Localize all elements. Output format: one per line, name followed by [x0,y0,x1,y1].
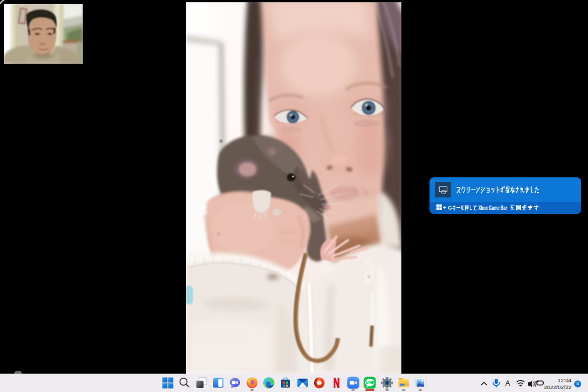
svg-text:+ G: + G [443,204,452,211]
svg-text:Xbox Game Bar: Xbox Game Bar [478,205,507,211]
svg-text:A: A [505,379,510,387]
